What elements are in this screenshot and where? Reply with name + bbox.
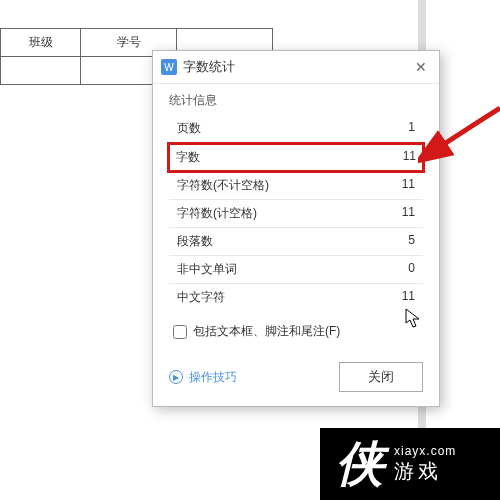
stat-label: 非中文单词 [177,261,237,278]
stat-value: 1 [408,120,415,137]
stat-value: 0 [408,261,415,278]
table-cell [1,57,81,85]
hint-link[interactable]: ▶ 操作技巧 [169,369,237,386]
stat-row-paragraphs: 段落数 5 [169,228,423,256]
dialog-body: 统计信息 页数 1 字数 11 字符数(不计空格) 11 字符数(计空格) 11… [153,84,439,352]
stat-row-chars-space: 字符数(计空格) 11 [169,200,423,228]
close-button[interactable]: 关闭 [339,362,423,392]
dialog-titlebar: W 字数统计 ✕ [153,51,439,84]
stat-value: 5 [408,233,415,250]
stat-label: 字符数(计空格) [177,205,257,222]
dialog-footer: ▶ 操作技巧 关闭 [153,352,439,406]
hint-label: 操作技巧 [189,369,237,386]
stat-label: 段落数 [177,233,213,250]
stat-value: 11 [402,289,415,306]
app-icon: W [161,59,177,75]
play-icon: ▶ [169,370,183,384]
stat-row-nonchinese: 非中文单词 0 [169,256,423,284]
stat-row-pages: 页数 1 [169,115,423,143]
stat-value: 11 [402,205,415,222]
dialog-title: 字数统计 [183,58,411,76]
watermark-url: xiayx.com [394,444,456,458]
watermark-char: 侠 [336,440,384,488]
watermark: 侠 xiayx.com 游戏 [320,428,500,500]
include-checkbox[interactable] [173,325,187,339]
section-label: 统计信息 [169,92,423,109]
stat-value: 11 [403,149,416,166]
stat-label: 页数 [177,120,201,137]
include-checkbox-row[interactable]: 包括文本框、脚注和尾注(F) [169,323,423,340]
close-icon[interactable]: ✕ [411,57,431,77]
stat-row-chars-nospace: 字符数(不计空格) 11 [169,172,423,200]
stat-row-chinese: 中文字符 11 [169,284,423,311]
stat-row-words: 字数 11 [167,142,425,173]
checkbox-label: 包括文本框、脚注和尾注(F) [193,323,340,340]
stat-value: 11 [402,177,415,194]
word-count-dialog: W 字数统计 ✕ 统计信息 页数 1 字数 11 字符数(不计空格) 11 字符… [152,50,440,407]
table-header-class: 班级 [1,29,81,57]
watermark-cn: 游戏 [394,458,456,485]
stat-label: 中文字符 [177,289,225,306]
watermark-text: xiayx.com 游戏 [394,444,456,485]
stat-label: 字数 [176,149,200,166]
stat-label: 字符数(不计空格) [177,177,269,194]
